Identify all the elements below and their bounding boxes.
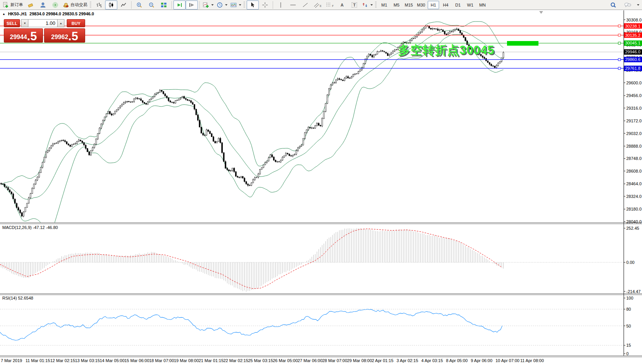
auto-trading-icon — [63, 2, 69, 8]
volume-input[interactable]: 1.00 — [28, 19, 57, 27]
cursor-icon — [250, 2, 256, 8]
volume-increase-button[interactable]: ▲ — [57, 19, 64, 27]
collapse-arrow-icon[interactable]: ▲ — [2, 12, 5, 16]
line-chart-icon — [120, 2, 127, 8]
toolbar-grip[interactable] — [375, 2, 377, 8]
profile-button[interactable] — [37, 0, 49, 10]
text-button[interactable]: A — [336, 0, 348, 10]
toolbar-right-group — [607, 0, 641, 10]
templates-button[interactable] — [229, 0, 243, 10]
time-axis-label: 12 Mar 02:15 — [50, 358, 75, 363]
price-tick-label: 28464.0 — [626, 181, 642, 186]
indicators-button[interactable] — [201, 0, 215, 10]
cursor-button[interactable] — [247, 0, 259, 10]
vertical-line-icon — [278, 2, 284, 8]
bollinger-lower — [1, 35, 504, 230]
chart-shift-button[interactable] — [186, 0, 198, 10]
timeframe-h1-button[interactable]: H1 — [428, 1, 439, 9]
tile-windows-button[interactable] — [158, 0, 170, 10]
line-chart-button[interactable] — [117, 0, 130, 10]
zoom-in-button[interactable] — [133, 0, 145, 10]
periods-button[interactable] — [215, 0, 229, 10]
toolbar-grip[interactable] — [90, 2, 91, 8]
buy-button[interactable]: BUY — [67, 19, 85, 27]
signal-button[interactable] — [49, 0, 61, 10]
time-axis-label: 4 Apr 03:15 — [421, 358, 443, 363]
price-tag: 30045.1 — [624, 41, 642, 46]
timeframe-w1-button[interactable]: W1 — [464, 1, 476, 9]
svg-text:30045.1: 30045.1 — [625, 41, 640, 45]
svg-text:29860.6: 29860.6 — [625, 57, 640, 62]
time-axis-label: 3 Apr 02:15 — [397, 358, 418, 363]
vertical-line-button[interactable] — [275, 0, 287, 10]
auto-trading-button[interactable]: 自动交易 — [61, 0, 89, 10]
hline-handle[interactable] — [618, 34, 621, 36]
sell-button[interactable]: SELL — [4, 19, 20, 27]
time-axis-label: 19 Mar 08:00 — [174, 358, 199, 363]
bar-chart-button[interactable] — [93, 0, 105, 10]
arrows-button[interactable] — [361, 0, 374, 10]
one-click-trading-panel: SELL ▼ 1.00 ▲ BUY 29944.5 29962.5 — [4, 19, 85, 43]
text-label-button[interactable]: T — [348, 0, 361, 10]
chart-canvas[interactable]: 30308.030168.030024.029884.029740.029600… — [0, 0, 642, 364]
time-axis-label: 2 Apr 01:15 — [372, 358, 393, 363]
macd-tick-label: 252.45 — [626, 226, 639, 231]
timeframe-m1-button[interactable]: M1 — [379, 1, 390, 9]
hline-handle[interactable] — [618, 25, 621, 27]
price-tag: 30135.2 — [624, 33, 642, 38]
volume-decrease-button[interactable]: ▼ — [21, 19, 28, 27]
main-toolbar: 新订单 自动交易 — [0, 0, 642, 10]
highlight-box[interactable] — [507, 41, 538, 46]
toolbar-separator — [171, 1, 172, 9]
profile-icon — [40, 2, 46, 8]
buy-price-main: 29962 — [51, 34, 68, 40]
timeframe-m30-button[interactable]: M30 — [415, 1, 427, 9]
toolbar-overflow-caret[interactable] — [637, 4, 639, 6]
hline-handle[interactable] — [618, 42, 621, 44]
equidistant-channel-button[interactable]: E — [311, 0, 324, 10]
chart-text-annotation[interactable]: 多空转折点30045 — [398, 42, 494, 58]
price-tag: 30238.1 — [624, 23, 642, 29]
trendline-icon — [302, 2, 308, 8]
timeframe-m5-button[interactable]: M5 — [391, 1, 402, 9]
eraser-button[interactable] — [25, 0, 37, 10]
horizontal-line-button[interactable] — [287, 0, 299, 10]
hline-handle[interactable] — [618, 67, 621, 69]
trendline-button[interactable] — [299, 0, 311, 10]
zoom-out-button[interactable] — [145, 0, 158, 10]
search-button[interactable] — [607, 0, 619, 10]
new-order-button[interactable]: 新订单 — [1, 0, 25, 10]
rsi-tick-label: 0 — [626, 351, 629, 356]
chat-button[interactable] — [622, 0, 634, 10]
toolbar-separator — [199, 1, 200, 9]
macd-tick-label: -214.47 — [626, 289, 640, 294]
time-axis-label: 18 Mar 07:00 — [149, 358, 174, 363]
price-tick-label: 28324.0 — [626, 194, 642, 199]
toolbar-grip[interactable] — [244, 2, 245, 8]
timeframe-d1-button[interactable]: D1 — [452, 1, 464, 9]
trading-platform-window: 新订单 自动交易 — [0, 0, 642, 364]
time-axis-label: 11 Apr 08:00 — [520, 358, 544, 363]
tile-windows-icon — [161, 2, 167, 8]
timeframe-h4-button[interactable]: H4 — [440, 1, 451, 9]
hline-handle[interactable] — [618, 58, 621, 61]
auto-scroll-button[interactable] — [173, 0, 186, 10]
timeframe-m15-button[interactable]: M15 — [403, 1, 415, 9]
time-axis-label: 27 Mar 06:00 — [298, 358, 323, 363]
buy-price-button[interactable]: 29962.5 — [44, 28, 85, 43]
time-axis-label: 26 Mar 05:00 — [273, 358, 298, 363]
equidistant-channel-icon — [314, 2, 319, 8]
buy-price-frac: .5 — [68, 32, 78, 41]
sell-price-button[interactable]: 29944.5 — [4, 28, 43, 43]
fibonacci-button[interactable]: F — [324, 0, 336, 10]
crosshair-button[interactable] — [259, 0, 271, 10]
macd-indicator-label: MACD(12,26,9) -47.12 -46.80 — [2, 225, 58, 230]
price-tick-label: 29032.0 — [626, 131, 642, 136]
chart-shift-marker[interactable] — [539, 11, 543, 14]
timeframe-mn-button[interactable]: MN — [477, 1, 488, 9]
symbol-period: HK50-,H1 — [8, 12, 27, 16]
rsi-line — [0, 309, 502, 340]
candlestick-chart-button[interactable] — [105, 0, 117, 10]
price-tag: 29860.6 — [624, 57, 642, 62]
time-axis-label: 21 Mar 01:15 — [199, 358, 224, 363]
